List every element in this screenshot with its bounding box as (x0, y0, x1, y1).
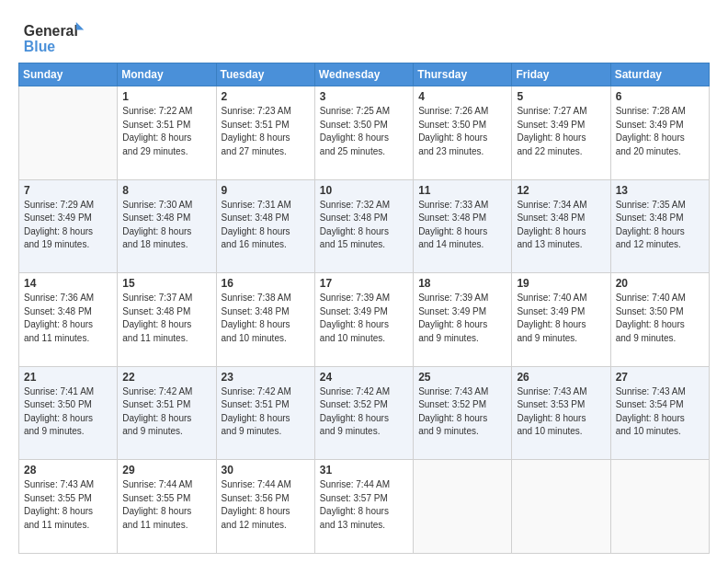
day-info: Sunrise: 7:31 AMSunset: 3:48 PMDaylight:… (222, 199, 310, 252)
calendar-day-cell: 29Sunrise: 7:44 AMSunset: 3:55 PMDayligh… (118, 460, 216, 554)
header-tuesday: Tuesday (216, 63, 314, 86)
day-number: 23 (222, 371, 310, 384)
svg-marker-2 (76, 22, 84, 29)
header-thursday: Thursday (414, 63, 512, 86)
day-number: 9 (222, 184, 310, 197)
day-number: 25 (418, 371, 506, 384)
day-info: Sunrise: 7:27 AMSunset: 3:49 PMDaylight:… (517, 105, 605, 158)
day-number: 7 (24, 184, 112, 197)
day-number: 16 (222, 277, 310, 290)
calendar-day-cell: 12Sunrise: 7:34 AMSunset: 3:48 PMDayligh… (512, 179, 610, 273)
day-info: Sunrise: 7:33 AMSunset: 3:48 PMDaylight:… (418, 199, 506, 252)
day-info: Sunrise: 7:35 AMSunset: 3:48 PMDaylight:… (616, 199, 704, 252)
day-info: Sunrise: 7:40 AMSunset: 3:49 PMDaylight:… (517, 292, 605, 345)
day-number: 19 (517, 277, 605, 290)
calendar-week-row: 14Sunrise: 7:36 AMSunset: 3:48 PMDayligh… (19, 273, 710, 367)
day-info: Sunrise: 7:39 AMSunset: 3:49 PMDaylight:… (418, 292, 506, 345)
calendar-day-cell: 19Sunrise: 7:40 AMSunset: 3:49 PMDayligh… (512, 273, 610, 367)
calendar-day-cell: 21Sunrise: 7:41 AMSunset: 3:50 PMDayligh… (19, 366, 118, 460)
day-number: 21 (24, 371, 112, 384)
day-number: 1 (122, 90, 210, 103)
calendar-day-cell: 2Sunrise: 7:23 AMSunset: 3:51 PMDaylight… (216, 86, 314, 180)
header-wednesday: Wednesday (314, 63, 413, 86)
day-info: Sunrise: 7:42 AMSunset: 3:52 PMDaylight:… (320, 385, 408, 439)
day-info: Sunrise: 7:34 AMSunset: 3:48 PMDaylight:… (517, 199, 605, 252)
day-info: Sunrise: 7:44 AMSunset: 3:56 PMDaylight:… (222, 478, 310, 532)
day-info: Sunrise: 7:26 AMSunset: 3:50 PMDaylight:… (418, 105, 506, 158)
calendar-day-cell: 4Sunrise: 7:26 AMSunset: 3:50 PMDaylight… (414, 86, 512, 180)
day-number: 2 (222, 90, 310, 103)
day-info: Sunrise: 7:22 AMSunset: 3:51 PMDaylight:… (122, 105, 210, 158)
day-number: 24 (320, 371, 408, 384)
day-number: 10 (320, 184, 408, 197)
day-number: 3 (320, 90, 408, 103)
day-info: Sunrise: 7:39 AMSunset: 3:49 PMDaylight:… (320, 292, 408, 345)
calendar-day-cell (610, 460, 709, 554)
calendar-day-cell: 14Sunrise: 7:36 AMSunset: 3:48 PMDayligh… (19, 273, 118, 367)
day-number: 30 (222, 464, 310, 477)
calendar-day-cell (19, 86, 118, 180)
calendar-day-cell: 18Sunrise: 7:39 AMSunset: 3:49 PMDayligh… (414, 273, 512, 367)
logo-svg: General Blue (18, 20, 87, 55)
day-info: Sunrise: 7:30 AMSunset: 3:48 PMDaylight:… (122, 199, 210, 252)
calendar-day-cell: 23Sunrise: 7:42 AMSunset: 3:51 PMDayligh… (216, 366, 314, 460)
header: General Blue (18, 17, 710, 55)
calendar-header-row: SundayMondayTuesdayWednesdayThursdayFrid… (19, 63, 710, 86)
day-info: Sunrise: 7:38 AMSunset: 3:48 PMDaylight:… (222, 292, 310, 345)
day-number: 5 (517, 90, 605, 103)
day-info: Sunrise: 7:42 AMSunset: 3:51 PMDaylight:… (122, 385, 210, 439)
header-friday: Friday (512, 63, 610, 86)
calendar-day-cell: 28Sunrise: 7:43 AMSunset: 3:55 PMDayligh… (19, 460, 118, 554)
day-number: 17 (320, 277, 408, 290)
day-number: 6 (616, 90, 704, 103)
calendar-week-row: 21Sunrise: 7:41 AMSunset: 3:50 PMDayligh… (19, 366, 710, 460)
day-number: 22 (122, 371, 210, 384)
day-info: Sunrise: 7:44 AMSunset: 3:55 PMDaylight:… (122, 478, 210, 532)
calendar-week-row: 28Sunrise: 7:43 AMSunset: 3:55 PMDayligh… (19, 460, 710, 554)
calendar-day-cell: 6Sunrise: 7:28 AMSunset: 3:49 PMDaylight… (610, 86, 709, 180)
day-info: Sunrise: 7:41 AMSunset: 3:50 PMDaylight:… (24, 385, 112, 439)
day-info: Sunrise: 7:43 AMSunset: 3:55 PMDaylight:… (24, 478, 112, 532)
svg-text:General: General (24, 23, 78, 39)
day-number: 12 (517, 184, 605, 197)
day-number: 26 (517, 371, 605, 384)
calendar-day-cell: 16Sunrise: 7:38 AMSunset: 3:48 PMDayligh… (216, 273, 314, 367)
day-info: Sunrise: 7:25 AMSunset: 3:50 PMDaylight:… (320, 105, 408, 158)
calendar-day-cell: 24Sunrise: 7:42 AMSunset: 3:52 PMDayligh… (314, 366, 413, 460)
calendar-week-row: 1Sunrise: 7:22 AMSunset: 3:51 PMDaylight… (19, 86, 710, 180)
header-monday: Monday (118, 63, 216, 86)
calendar-day-cell: 11Sunrise: 7:33 AMSunset: 3:48 PMDayligh… (414, 179, 512, 273)
day-info: Sunrise: 7:36 AMSunset: 3:48 PMDaylight:… (24, 292, 112, 345)
calendar-day-cell: 25Sunrise: 7:43 AMSunset: 3:52 PMDayligh… (414, 366, 512, 460)
calendar-day-cell: 20Sunrise: 7:40 AMSunset: 3:50 PMDayligh… (610, 273, 709, 367)
page: General Blue SundayMondayTuesdayWednesda… (0, 0, 728, 563)
calendar-day-cell (414, 460, 512, 554)
calendar-day-cell: 26Sunrise: 7:43 AMSunset: 3:53 PMDayligh… (512, 366, 610, 460)
day-number: 29 (122, 464, 210, 477)
calendar-day-cell: 31Sunrise: 7:44 AMSunset: 3:57 PMDayligh… (314, 460, 413, 554)
calendar-day-cell: 30Sunrise: 7:44 AMSunset: 3:56 PMDayligh… (216, 460, 314, 554)
day-number: 11 (418, 184, 506, 197)
day-number: 28 (24, 464, 112, 477)
day-info: Sunrise: 7:32 AMSunset: 3:48 PMDaylight:… (320, 199, 408, 252)
day-info: Sunrise: 7:44 AMSunset: 3:57 PMDaylight:… (320, 478, 408, 532)
calendar-week-row: 7Sunrise: 7:29 AMSunset: 3:49 PMDaylight… (19, 179, 710, 273)
calendar-day-cell: 17Sunrise: 7:39 AMSunset: 3:49 PMDayligh… (314, 273, 413, 367)
day-number: 20 (616, 277, 704, 290)
calendar-day-cell: 15Sunrise: 7:37 AMSunset: 3:48 PMDayligh… (118, 273, 216, 367)
calendar-day-cell: 13Sunrise: 7:35 AMSunset: 3:48 PMDayligh… (610, 179, 709, 273)
calendar-day-cell: 22Sunrise: 7:42 AMSunset: 3:51 PMDayligh… (118, 366, 216, 460)
day-info: Sunrise: 7:29 AMSunset: 3:49 PMDaylight:… (24, 199, 112, 252)
calendar-day-cell: 10Sunrise: 7:32 AMSunset: 3:48 PMDayligh… (314, 179, 413, 273)
logo: General Blue (18, 20, 87, 55)
svg-text:Blue: Blue (24, 39, 55, 54)
header-saturday: Saturday (610, 63, 709, 86)
calendar-day-cell (512, 460, 610, 554)
day-number: 13 (616, 184, 704, 197)
day-info: Sunrise: 7:43 AMSunset: 3:52 PMDaylight:… (418, 385, 506, 439)
day-number: 31 (320, 464, 408, 477)
day-info: Sunrise: 7:42 AMSunset: 3:51 PMDaylight:… (222, 385, 310, 439)
calendar-day-cell: 8Sunrise: 7:30 AMSunset: 3:48 PMDaylight… (118, 179, 216, 273)
day-info: Sunrise: 7:43 AMSunset: 3:53 PMDaylight:… (517, 385, 605, 439)
calendar-day-cell: 7Sunrise: 7:29 AMSunset: 3:49 PMDaylight… (19, 179, 118, 273)
